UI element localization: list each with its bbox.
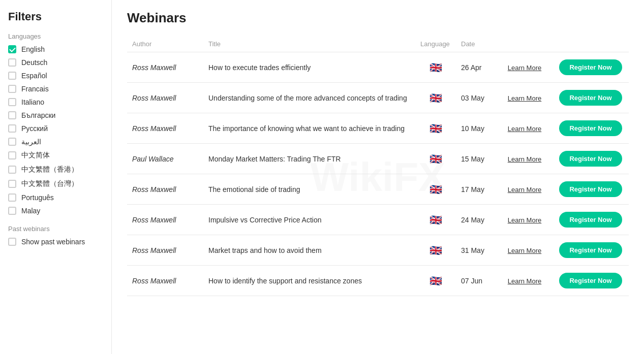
language-label-0: English — [21, 45, 45, 53]
flag-icon-2: 🇬🇧 — [430, 123, 442, 134]
learn-more-cell-3: Learn More — [497, 144, 553, 174]
page-title: Webinars — [127, 10, 629, 26]
flag-icon-1: 🇬🇧 — [430, 92, 442, 104]
language-cell-3: 🇬🇧 — [415, 144, 456, 174]
language-checkbox-3[interactable] — [8, 85, 16, 93]
show-past-webinars-item[interactable]: Show past webinars — [8, 238, 103, 246]
title-cell-0: How to execute trades efficiently — [203, 52, 415, 83]
languages-list: EnglishDeutschEspañolFrancaisItalianoБъл… — [8, 45, 103, 215]
learn-more-button-0[interactable]: Learn More — [508, 64, 541, 72]
date-cell-3: 15 May — [456, 144, 497, 174]
register-button-6[interactable]: Register Now — [559, 242, 622, 258]
col-title: Title — [203, 36, 415, 52]
table-row: Paul WallaceMonday Market Matters: Tradi… — [127, 144, 629, 174]
language-checkbox-5[interactable] — [8, 111, 16, 119]
language-cell-4: 🇬🇧 — [415, 174, 456, 205]
register-button-3[interactable]: Register Now — [559, 151, 622, 167]
language-checkbox-12[interactable] — [8, 207, 16, 215]
learn-more-cell-2: Learn More — [497, 113, 553, 144]
register-button-2[interactable]: Register Now — [559, 120, 622, 136]
title-cell-7: How to identify the support and resistan… — [203, 266, 415, 296]
languages-section-title: Languages — [8, 33, 103, 40]
learn-more-cell-6: Learn More — [497, 235, 553, 266]
col-language: Language — [415, 36, 456, 52]
flag-icon-3: 🇬🇧 — [430, 153, 442, 165]
learn-more-button-6[interactable]: Learn More — [508, 247, 541, 254]
author-cell-2: Ross Maxwell — [127, 113, 203, 144]
language-checkbox-8[interactable] — [8, 151, 16, 159]
flag-icon-0: 🇬🇧 — [430, 62, 442, 73]
language-cell-6: 🇬🇧 — [415, 235, 456, 266]
title-cell-3: Monday Market Matters: Trading The FTR — [203, 144, 415, 174]
language-item-10[interactable]: 中文繁體（台灣） — [8, 179, 103, 188]
title-cell-5: Impulsive vs Corrective Price Action — [203, 205, 415, 235]
language-checkbox-1[interactable] — [8, 58, 16, 67]
learn-more-cell-0: Learn More — [497, 52, 553, 83]
title-cell-1: Understanding some of the more advanced … — [203, 83, 415, 113]
language-item-5[interactable]: Български — [8, 111, 103, 119]
language-checkbox-9[interactable] — [8, 166, 16, 174]
table-row: Ross MaxwellHow to execute trades effici… — [127, 52, 629, 83]
learn-more-button-4[interactable]: Learn More — [508, 186, 541, 194]
show-past-webinars-checkbox[interactable] — [8, 238, 16, 246]
language-item-0[interactable]: English — [8, 45, 103, 53]
language-label-8: 中文简体 — [21, 151, 50, 160]
learn-more-button-2[interactable]: Learn More — [508, 125, 541, 133]
register-button-7[interactable]: Register Now — [559, 273, 622, 288]
table-row: Ross MaxwellUnderstanding some of the mo… — [127, 83, 629, 113]
language-checkbox-11[interactable] — [8, 194, 16, 202]
language-label-11: Português — [21, 194, 54, 202]
date-cell-4: 17 May — [456, 174, 497, 205]
language-label-5: Български — [21, 111, 55, 119]
language-item-7[interactable]: العربية — [8, 138, 103, 146]
language-item-11[interactable]: Português — [8, 194, 103, 202]
learn-more-button-1[interactable]: Learn More — [508, 94, 541, 102]
language-label-9: 中文繁體（香港） — [21, 165, 78, 174]
register-button-0[interactable]: Register Now — [559, 59, 622, 75]
language-checkbox-10[interactable] — [8, 180, 16, 188]
language-checkbox-6[interactable] — [8, 124, 16, 133]
language-checkbox-4[interactable] — [8, 98, 16, 106]
language-label-12: Malay — [21, 207, 40, 215]
language-label-6: Русский — [21, 124, 48, 133]
language-checkbox-7[interactable] — [8, 138, 16, 146]
date-cell-7: 07 Jun — [456, 266, 497, 296]
register-button-4[interactable]: Register Now — [559, 181, 622, 197]
language-label-4: Italiano — [21, 98, 44, 106]
learn-more-button-3[interactable]: Learn More — [508, 155, 541, 163]
language-label-10: 中文繁體（台灣） — [21, 179, 78, 188]
language-cell-7: 🇬🇧 — [415, 266, 456, 296]
webinar-tbody: Ross MaxwellHow to execute trades effici… — [127, 52, 629, 296]
language-item-3[interactable]: Francais — [8, 85, 103, 93]
language-item-12[interactable]: Malay — [8, 207, 103, 215]
title-cell-4: The emotional side of trading — [203, 174, 415, 205]
learn-more-cell-4: Learn More — [497, 174, 553, 205]
language-checkbox-0[interactable] — [8, 45, 16, 53]
language-item-9[interactable]: 中文繁體（香港） — [8, 165, 103, 174]
language-item-1[interactable]: Deutsch — [8, 58, 103, 67]
author-cell-3: Paul Wallace — [127, 144, 203, 174]
register-button-5[interactable]: Register Now — [559, 212, 622, 228]
date-cell-1: 03 May — [456, 83, 497, 113]
language-item-6[interactable]: Русский — [8, 124, 103, 133]
language-label-1: Deutsch — [21, 58, 47, 67]
language-item-2[interactable]: Español — [8, 72, 103, 80]
table-row: Ross MaxwellThe emotional side of tradin… — [127, 174, 629, 205]
table-header-row: Author Title Language Date — [127, 36, 629, 52]
register-cell-5: Register Now — [553, 205, 629, 235]
title-cell-2: The importance of knowing what we want t… — [203, 113, 415, 144]
col-author: Author — [127, 36, 203, 52]
learn-more-button-7[interactable]: Learn More — [508, 277, 541, 285]
register-cell-1: Register Now — [553, 83, 629, 113]
language-item-4[interactable]: Italiano — [8, 98, 103, 106]
register-cell-2: Register Now — [553, 113, 629, 144]
date-cell-2: 10 May — [456, 113, 497, 144]
author-cell-0: Ross Maxwell — [127, 52, 203, 83]
learn-more-cell-7: Learn More — [497, 266, 553, 296]
register-button-1[interactable]: Register Now — [559, 90, 622, 106]
learn-more-button-5[interactable]: Learn More — [508, 216, 541, 224]
col-register — [553, 36, 629, 52]
language-checkbox-2[interactable] — [8, 72, 16, 80]
table-row: Ross MaxwellImpulsive vs Corrective Pric… — [127, 205, 629, 235]
language-item-8[interactable]: 中文简体 — [8, 151, 103, 160]
